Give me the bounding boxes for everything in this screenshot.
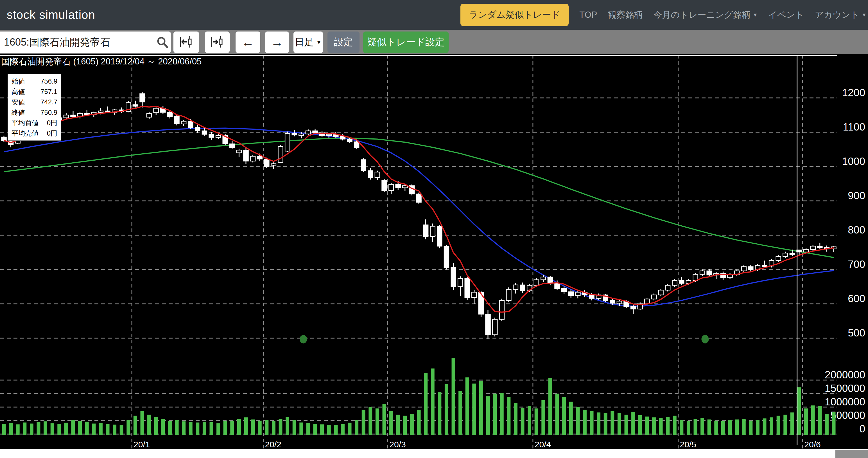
candle[interactable] <box>534 280 539 286</box>
candle[interactable] <box>569 292 574 295</box>
candle[interactable] <box>679 281 684 283</box>
candle[interactable] <box>451 267 456 287</box>
candle[interactable] <box>672 281 677 285</box>
candle[interactable] <box>707 271 712 275</box>
nav-item-4[interactable]: アカウント▼ <box>815 9 867 21</box>
candle[interactable] <box>665 285 670 290</box>
candle[interactable] <box>306 131 311 134</box>
candle[interactable] <box>458 279 463 287</box>
candle[interactable] <box>340 137 345 139</box>
candle[interactable] <box>506 289 511 300</box>
candle[interactable] <box>555 283 560 288</box>
candle[interactable] <box>382 180 387 191</box>
candle[interactable] <box>78 113 82 116</box>
candle[interactable] <box>811 246 815 250</box>
candle[interactable] <box>292 134 297 135</box>
candle[interactable] <box>700 271 705 274</box>
candle[interactable] <box>140 94 145 102</box>
candle[interactable] <box>327 134 332 136</box>
candle[interactable] <box>659 290 663 295</box>
candle[interactable] <box>216 136 221 137</box>
candle[interactable] <box>354 142 359 147</box>
candle[interactable] <box>437 226 442 246</box>
candle[interactable] <box>804 250 808 252</box>
settings-button[interactable]: 設定 <box>328 31 360 53</box>
pseudo-trade-settings-button[interactable]: 疑似トレード設定 <box>363 31 448 53</box>
candle[interactable] <box>617 301 622 303</box>
candle[interactable] <box>562 288 566 292</box>
candle[interactable] <box>748 267 753 269</box>
candle[interactable] <box>195 127 200 131</box>
candle[interactable] <box>652 295 656 299</box>
candle[interactable] <box>631 307 636 309</box>
nav-item-1[interactable]: 観察銘柄 <box>608 9 643 21</box>
candle[interactable] <box>762 265 767 267</box>
candle[interactable] <box>493 319 497 335</box>
candle[interactable] <box>486 314 491 335</box>
candle[interactable] <box>817 246 822 248</box>
candle[interactable] <box>264 159 269 167</box>
candle[interactable] <box>576 292 580 296</box>
candle[interactable] <box>465 279 470 298</box>
candle[interactable] <box>776 257 781 261</box>
candle[interactable] <box>278 147 283 162</box>
candle[interactable] <box>188 121 193 127</box>
step-forward-candle-button[interactable] <box>205 31 230 53</box>
candle[interactable] <box>430 226 435 237</box>
candle[interactable] <box>147 113 152 117</box>
candle[interactable] <box>499 300 504 319</box>
candle[interactable] <box>202 131 207 134</box>
candle[interactable] <box>444 246 449 267</box>
candle[interactable] <box>250 156 255 161</box>
candle[interactable] <box>98 111 103 112</box>
timeframe-select[interactable]: 日足 ▼ <box>293 31 323 53</box>
candle[interactable] <box>209 134 214 137</box>
candle[interactable] <box>396 184 401 188</box>
candle[interactable] <box>783 253 787 256</box>
scrollbar-thumb[interactable] <box>835 450 868 458</box>
candle[interactable] <box>389 184 394 191</box>
candle[interactable] <box>271 164 276 165</box>
candle[interactable] <box>416 194 421 202</box>
candle[interactable] <box>541 277 546 280</box>
symbol-search-input[interactable] <box>0 36 154 48</box>
candle[interactable] <box>347 139 352 142</box>
nav-item-0[interactable]: TOP <box>579 10 597 20</box>
candle[interactable] <box>154 108 158 113</box>
candle[interactable] <box>472 292 476 298</box>
price-chart[interactable]: 20/120/220/320/420/520/65006007008009001… <box>0 54 868 449</box>
scroll-right-button[interactable]: → <box>265 31 289 53</box>
candle[interactable] <box>285 134 290 151</box>
candle[interactable] <box>2 137 6 140</box>
candle[interactable] <box>244 150 248 161</box>
candle[interactable] <box>230 144 235 147</box>
candle[interactable] <box>257 156 262 159</box>
candle[interactable] <box>133 105 138 106</box>
nav-item-3[interactable]: イベント <box>769 9 804 21</box>
candle[interactable] <box>375 172 380 178</box>
candle[interactable] <box>423 225 428 236</box>
candle[interactable] <box>368 171 373 177</box>
candle[interactable] <box>181 121 186 124</box>
search-icon[interactable] <box>154 36 171 48</box>
candle[interactable] <box>589 295 594 298</box>
random-trade-button[interactable]: ランダム疑似トレード <box>460 4 569 26</box>
chart-area[interactable]: 20/120/220/320/420/520/65006007008009001… <box>0 54 868 449</box>
candle[interactable] <box>64 115 69 118</box>
nav-item-2[interactable]: 今月のトレーニング銘柄▼ <box>653 9 757 21</box>
candle[interactable] <box>175 116 179 124</box>
candle[interactable] <box>403 186 407 188</box>
candle[interactable] <box>299 134 304 135</box>
step-back-candle-button[interactable] <box>174 31 199 53</box>
candle[interactable] <box>167 112 172 116</box>
candle[interactable] <box>513 285 518 289</box>
candle[interactable] <box>520 285 525 291</box>
candle[interactable] <box>742 267 746 271</box>
candle[interactable] <box>610 300 615 303</box>
candle[interactable] <box>313 131 318 133</box>
candle[interactable] <box>361 160 366 171</box>
scroll-left-button[interactable]: ← <box>236 31 260 53</box>
candle[interactable] <box>548 277 553 283</box>
candle[interactable] <box>237 150 242 153</box>
candle[interactable] <box>790 253 795 254</box>
